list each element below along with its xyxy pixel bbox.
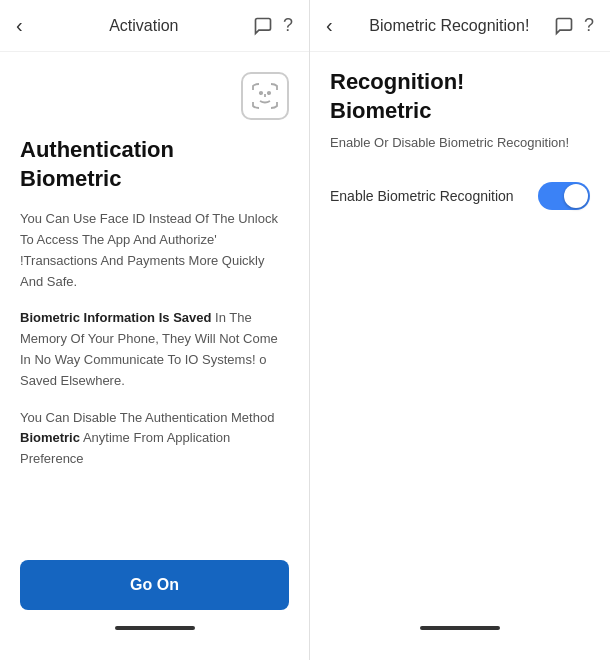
screen: ‹ Activation ? — [0, 0, 610, 660]
right-chat-icon[interactable] — [554, 16, 574, 36]
left-header: ‹ Activation ? — [0, 0, 309, 52]
right-help-icon[interactable]: ? — [584, 15, 594, 36]
left-back-button[interactable]: ‹ — [16, 14, 23, 37]
toggle-thumb — [564, 184, 588, 208]
right-bottom — [310, 616, 610, 660]
toggle-label: Enable Biometric Recognition — [330, 188, 514, 204]
right-back-button[interactable]: ‹ — [326, 14, 333, 37]
svg-point-1 — [268, 92, 270, 94]
right-bottom-bar — [420, 626, 500, 630]
left-header-icons: ? — [253, 15, 293, 36]
right-main-title: Recognition! Biometric — [330, 68, 590, 125]
go-on-button[interactable]: Go On — [20, 560, 289, 610]
right-header: ‹ Biometric Recognition! ? — [310, 0, 610, 52]
right-content: Recognition! Biometric Enable Or Disable… — [310, 52, 610, 616]
left-panel: ‹ Activation ? — [0, 0, 310, 660]
left-main-title: Authentication Biometric — [20, 136, 289, 193]
biometric-toggle[interactable] — [538, 182, 590, 210]
toggle-row: Enable Biometric Recognition — [330, 178, 590, 214]
face-id-icon — [241, 72, 289, 120]
left-header-title: Activation — [35, 17, 253, 35]
left-content: Authentication Biometric You Can Use Fac… — [0, 120, 309, 550]
svg-point-0 — [260, 92, 262, 94]
right-panel: ‹ Biometric Recognition! ? Recognition! … — [310, 0, 610, 660]
left-bottom-bar — [115, 626, 195, 630]
left-chat-icon[interactable] — [253, 16, 273, 36]
left-help-icon[interactable]: ? — [283, 15, 293, 36]
right-header-icons: ? — [554, 15, 594, 36]
left-description-2: Biometric Information Is Saved In The Me… — [20, 308, 289, 391]
left-description-3: You Can Disable The Authentication Metho… — [20, 408, 289, 470]
right-header-title: Biometric Recognition! — [345, 17, 554, 35]
left-bottom-area: Go On — [0, 550, 309, 660]
face-id-container — [0, 52, 309, 120]
left-description-1: You Can Use Face ID Instead Of The Unloc… — [20, 209, 289, 292]
right-description: Enable Or Disable Biometric Recognition! — [330, 133, 590, 154]
